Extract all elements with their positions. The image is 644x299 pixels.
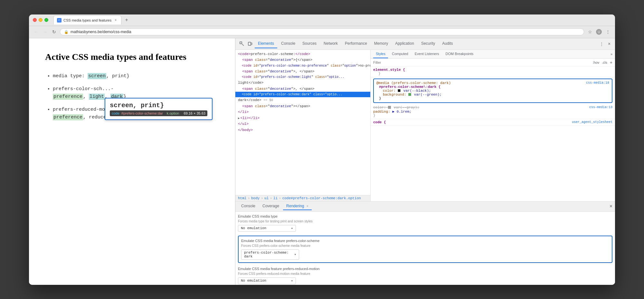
elements-line: ▶<li></li> xyxy=(235,115,370,121)
rendering-select-color-scheme[interactable]: prefers-color-scheme: dark ▾ xyxy=(241,249,299,260)
rendering-select-value-media-type: No emulation xyxy=(241,226,266,230)
page-heading: Active CSS media types and features xyxy=(45,51,219,63)
devtools-body: <code>prefers-color-scheme:</code> <span… xyxy=(235,50,615,201)
elements-line: light</code> xyxy=(235,80,370,86)
css-at-rule: @media (prefers-color-scheme: dark) xyxy=(376,81,451,85)
preference-highlight: preference xyxy=(53,94,83,100)
maximize-window-button[interactable] xyxy=(44,18,48,22)
bottom-panel-close-button[interactable]: × xyxy=(610,203,612,209)
color-swatch-black[interactable] xyxy=(398,89,401,92)
devtools-close-button[interactable]: × xyxy=(606,41,612,47)
breadcrumb-bar: html › body › ul › li › code#prefers-col… xyxy=(235,195,370,201)
title-bar: C CSS media types and features × + xyxy=(29,14,615,26)
styles-tab-styles[interactable]: Styles xyxy=(373,50,388,58)
styles-tab-event-listeners[interactable]: Event Listeners xyxy=(412,50,442,58)
filter-hov-button[interactable]: :hov xyxy=(593,61,600,64)
svg-rect-2 xyxy=(251,43,252,45)
tooltip-id: #prefers-color-scheme:dar xyxy=(121,111,163,115)
rendering-sublabel-media-type: Forces media type for testing print and … xyxy=(238,220,612,223)
select-arrow-reduced-motion: ▾ xyxy=(291,279,293,283)
bottom-panel-tabs: Console Coverage Rendering × × xyxy=(235,201,615,212)
svg-rect-1 xyxy=(248,42,251,45)
devtools-tab-audits[interactable]: Audits xyxy=(439,39,456,48)
rendering-sublabel-reduced-motion: Forces CSS prefers-reduced-motion media … xyxy=(238,272,612,276)
styles-more-button[interactable]: » xyxy=(611,52,612,56)
active-tab[interactable]: C CSS media types and features × xyxy=(53,15,121,24)
bottom-tab-rendering[interactable]: Rendering × xyxy=(283,202,312,210)
color-swatch-gray[interactable] xyxy=(388,106,391,109)
devtools-tab-network[interactable]: Network xyxy=(320,39,341,48)
css-source-user-agent[interactable]: user_agent_stylesheet xyxy=(572,120,612,124)
elements-line-selected[interactable]: <code id="prefers-color-scheme:dark" cla… xyxy=(235,92,370,97)
breadcrumb-li[interactable]: li xyxy=(273,196,278,200)
rendering-section-reduced-motion: Emulate CSS media feature prefers-reduce… xyxy=(238,267,612,284)
overlay-code-text: screen, print} xyxy=(110,102,207,109)
rendering-select-reduced-motion[interactable]: No emulation ▾ xyxy=(238,277,296,284)
breadcrumb-html[interactable]: html xyxy=(238,196,246,200)
back-button[interactable]: ← xyxy=(33,29,39,35)
styles-panel: Styles Computed Event Listeners DOM Brea… xyxy=(371,50,615,201)
profile-icon[interactable]: U xyxy=(596,29,602,35)
css-prop-background: background: var(--green); xyxy=(376,93,442,97)
devtools-tab-elements[interactable]: Elements xyxy=(255,39,277,48)
tab-close-button[interactable]: × xyxy=(113,18,118,23)
rendering-label-color-scheme: Emulate CSS media feature prefers-color-… xyxy=(241,239,609,243)
css-selector: element.style { xyxy=(373,68,405,72)
rendering-select-value-reduced-motion: No emulation xyxy=(241,279,266,283)
css-prop-color: color: var(--black); xyxy=(376,89,431,93)
forward-button[interactable]: → xyxy=(42,29,48,35)
tab-bar: C CSS media types and features × + xyxy=(53,15,611,24)
browser-window: C CSS media types and features × + ← → ↻… xyxy=(29,14,615,285)
styles-tab-dom-breakpoints[interactable]: DOM Breakpoints xyxy=(443,50,476,58)
filter-input[interactable] xyxy=(373,61,590,64)
close-window-button[interactable] xyxy=(33,18,37,22)
light-highlight: light xyxy=(89,94,105,100)
devtools-dots-button[interactable]: ⋮ xyxy=(598,40,605,48)
devtools-tab-security[interactable]: Security xyxy=(418,39,438,48)
css-source-link-13[interactable]: css-media:13 xyxy=(589,106,612,109)
rendering-section-media-type: Emulate CSS media type Forces media type… xyxy=(238,214,612,232)
devtools-tab-memory[interactable]: Memory xyxy=(371,39,391,48)
breadcrumb-ul[interactable]: ul xyxy=(264,196,269,200)
filter-plus-button[interactable]: + xyxy=(610,60,612,65)
css-rule-element-style: element.style { } xyxy=(371,67,615,77)
breadcrumb-code[interactable]: code#prefers-color-scheme:dark.option xyxy=(282,196,361,200)
filter-cls-button[interactable]: .cls xyxy=(602,61,607,64)
rendering-section-color-scheme: Emulate CSS media feature prefers-color-… xyxy=(238,236,612,263)
css-source-link[interactable]: css-media:18 xyxy=(586,81,609,85)
reduced-motion-highlight: preference xyxy=(53,114,83,120)
menu-icon[interactable]: ⋮ xyxy=(605,29,611,35)
rendering-select-media-type[interactable]: No emulation ▾ xyxy=(238,225,296,232)
el-tag: < xyxy=(238,52,240,56)
breadcrumb-body[interactable]: body xyxy=(251,196,260,200)
address-input[interactable]: 🔒 mathiasbynens.be/demo/css-media xyxy=(60,28,584,35)
rendering-tab-close[interactable]: × xyxy=(307,204,308,208)
toolbar-right: ☆ U ⋮ xyxy=(587,29,611,35)
rendering-label-media-type: Emulate CSS media type xyxy=(238,214,612,218)
elements-line: <span class="decorative">{</span> xyxy=(235,57,370,63)
inspect-element-button[interactable] xyxy=(238,40,246,48)
minimize-window-button[interactable] xyxy=(39,18,43,22)
devtools-tab-sources[interactable]: Sources xyxy=(299,39,320,48)
address-text: mathiasbynens.be/demo/css-media xyxy=(71,30,580,34)
color-swatch-green[interactable] xyxy=(408,93,411,96)
list-item-media-type: media type: screen, print} xyxy=(53,72,219,80)
tooltip-size: 69.16 × 35.63 xyxy=(184,111,205,115)
elements-line: dark</code> == $0 xyxy=(235,97,370,103)
rendering-label-reduced-motion: Emulate CSS media feature prefers-reduce… xyxy=(238,267,612,271)
new-tab-button[interactable]: + xyxy=(123,16,130,24)
devtools-panel: Elements Console Sources Network Perform… xyxy=(235,38,615,285)
elements-line: <code id="prefers-color-scheme:no-prefer… xyxy=(235,63,370,69)
elements-line: <code id="prefers-color-scheme:light" cl… xyxy=(235,74,370,80)
bottom-tab-coverage[interactable]: Coverage xyxy=(259,202,282,210)
elements-column: <code>prefers-color-scheme:</code> <span… xyxy=(235,50,371,201)
devtools-tab-application[interactable]: Application xyxy=(392,39,417,48)
device-toggle-button[interactable] xyxy=(246,40,254,48)
elements-panel[interactable]: <code>prefers-color-scheme:</code> <span… xyxy=(235,50,371,195)
reload-button[interactable]: ↻ xyxy=(51,29,57,35)
styles-tab-computed[interactable]: Computed xyxy=(389,50,411,58)
devtools-tab-console[interactable]: Console xyxy=(278,39,298,48)
bookmark-icon[interactable]: ☆ xyxy=(587,29,593,35)
devtools-tab-performance[interactable]: Performance xyxy=(342,39,370,48)
bottom-tab-console[interactable]: Console xyxy=(238,202,259,210)
